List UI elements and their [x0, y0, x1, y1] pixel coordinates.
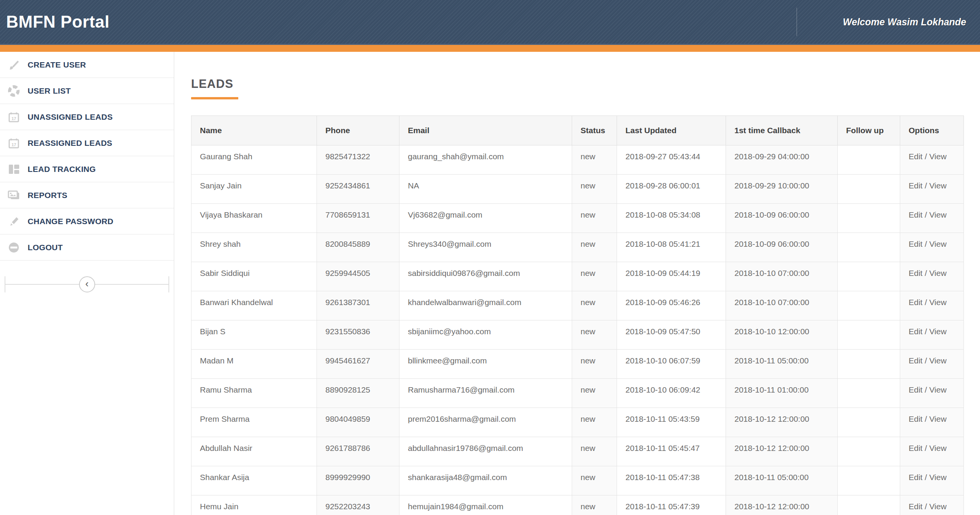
cell-callback: 2018-10-10 12:00:00 — [726, 320, 838, 350]
edit-view-link[interactable]: Edit / View — [900, 350, 964, 379]
edit-view-link[interactable]: Edit / View — [900, 145, 964, 175]
cell-callback: 2018-09-29 04:00:00 — [726, 145, 838, 175]
cell-phone: 9252203243 — [317, 495, 399, 515]
column-header-status: Status — [572, 116, 617, 145]
cell-email: abdullahnasir19786@gmail.com — [399, 437, 572, 466]
cell-follow-up — [838, 175, 900, 204]
table-row: Ramu Sharma8890928125Ramusharma716@gmail… — [191, 379, 964, 408]
edit-view-link[interactable]: Edit / View — [900, 175, 964, 204]
cell-name: Ramu Sharma — [191, 379, 317, 408]
cell-follow-up — [838, 320, 900, 350]
column-header-email: Email — [399, 116, 572, 145]
edit-view-link[interactable]: Edit / View — [900, 291, 964, 320]
cell-callback: 2018-10-11 05:00:00 — [726, 466, 838, 495]
cell-follow-up — [838, 233, 900, 262]
cell-follow-up — [838, 379, 900, 408]
sidebar-item-unassigned-leads[interactable]: 17UNASSIGNED LEADS — [0, 104, 174, 130]
cell-last-updated: 2018-10-08 05:41:21 — [617, 233, 726, 262]
cell-last-updated: 2018-10-11 05:47:38 — [617, 466, 726, 495]
cell-email: Ramusharma716@gmail.com — [399, 379, 572, 408]
grid-icon — [0, 163, 28, 176]
cell-follow-up — [838, 437, 900, 466]
table-row: Sanjay Jain9252434861NAnew2018-09-28 06:… — [191, 175, 964, 204]
collapse-track-right-tick — [168, 276, 169, 292]
cell-last-updated: 2018-10-08 05:34:08 — [617, 204, 726, 233]
edit-view-link[interactable]: Edit / View — [900, 495, 964, 515]
cell-name: Shrey shah — [191, 233, 317, 262]
logout-icon — [0, 241, 28, 254]
cell-email: NA — [399, 175, 572, 204]
sidebar-item-label: REASSIGNED LEADS — [28, 139, 112, 148]
cell-email: bllinkmee@gmail.com — [399, 350, 572, 379]
cell-name: Sabir Siddiqui — [191, 262, 317, 291]
cell-follow-up — [838, 495, 900, 515]
cell-status: new — [572, 291, 617, 320]
sidebar-item-label: LEAD TRACKING — [28, 165, 96, 174]
app-window: BMFN Portal Welcome Wasim Lokhande CREAT… — [0, 0, 980, 515]
sidebar-item-label: UNASSIGNED LEADS — [28, 112, 113, 122]
edit-view-link[interactable]: Edit / View — [900, 320, 964, 350]
page-title: LEADS — [191, 77, 980, 91]
cell-phone: 9945461627 — [317, 350, 399, 379]
edit-view-link[interactable]: Edit / View — [900, 379, 964, 408]
cell-email: sabirsiddiqui09876@gmail.com — [399, 262, 572, 291]
edit-view-link[interactable]: Edit / View — [900, 204, 964, 233]
cell-phone: 7708659131 — [317, 204, 399, 233]
sidebar-item-label: CREATE USER — [28, 60, 86, 69]
cell-email: gaurang_shah@ymail.com — [399, 145, 572, 175]
cell-follow-up — [838, 204, 900, 233]
edit-view-link[interactable]: Edit / View — [900, 408, 964, 437]
welcome-user-text: Welcome Wasim Lokhande — [843, 17, 966, 28]
column-header-1st-time-callback: 1st time Callback — [726, 116, 838, 145]
cell-callback: 2018-09-29 10:00:00 — [726, 175, 838, 204]
cell-callback: 2018-10-09 06:00:00 — [726, 204, 838, 233]
sidebar-item-reassigned-leads[interactable]: 17REASSIGNED LEADS — [0, 130, 174, 156]
cell-name: Shankar Asija — [191, 466, 317, 495]
cell-follow-up — [838, 408, 900, 437]
report-icon — [0, 189, 28, 202]
table-row: Prem Sharma9804049859prem2016sharma@gmai… — [191, 408, 964, 437]
edit-view-link[interactable]: Edit / View — [900, 233, 964, 262]
collapse-track-left-tick — [5, 276, 5, 292]
cell-phone: 9825471322 — [317, 145, 399, 175]
edit-view-link[interactable]: Edit / View — [900, 437, 964, 466]
cell-name: Sanjay Jain — [191, 175, 317, 204]
cell-status: new — [572, 145, 617, 175]
cell-status: new — [572, 204, 617, 233]
cell-callback: 2018-10-11 01:00:00 — [726, 379, 838, 408]
sidebar-item-logout[interactable]: LOGOUT — [0, 234, 174, 261]
cell-last-updated: 2018-10-11 05:45:47 — [617, 437, 726, 466]
sidebar-item-lead-tracking[interactable]: LEAD TRACKING — [0, 156, 174, 182]
cell-email: khandelwalbanwari@gmail.com — [399, 291, 572, 320]
cell-name: Bijan S — [191, 320, 317, 350]
cell-last-updated: 2018-09-28 06:00:01 — [617, 175, 726, 204]
table-row: Madan M9945461627bllinkmee@gmail.comnew2… — [191, 350, 964, 379]
table-row: Bijan S9231550836sbijaniimc@yahoo.comnew… — [191, 320, 964, 350]
top-header-bar: BMFN Portal Welcome Wasim Lokhande — [0, 0, 980, 45]
cell-status: new — [572, 437, 617, 466]
cell-status: new — [572, 320, 617, 350]
sidebar-item-reports[interactable]: REPORTS — [0, 182, 174, 208]
cell-status: new — [572, 233, 617, 262]
content-area: CREATE USERUSER LIST17UNASSIGNED LEADS17… — [0, 52, 980, 515]
edit-view-link[interactable]: Edit / View — [900, 466, 964, 495]
cell-callback: 2018-10-10 07:00:00 — [726, 262, 838, 291]
cell-email: prem2016sharma@gmail.com — [399, 408, 572, 437]
sidebar-item-change-password[interactable]: CHANGE PASSWORD — [0, 208, 174, 234]
cell-phone: 9261387301 — [317, 291, 399, 320]
cell-last-updated: 2018-10-09 05:44:19 — [617, 262, 726, 291]
leads-table: NamePhoneEmailStatusLast Updated1st time… — [191, 116, 964, 515]
sidebar-collapse-button[interactable]: ‹ — [79, 276, 95, 292]
brush-icon — [0, 58, 28, 71]
sidebar-item-user-list[interactable]: USER LIST — [0, 78, 174, 104]
column-header-last-updated: Last Updated — [617, 116, 726, 145]
sidebar-item-create-user[interactable]: CREATE USER — [0, 52, 174, 78]
table-row: Vijaya Bhaskaran7708659131Vj63682@gmail.… — [191, 204, 964, 233]
cell-name: Vijaya Bhaskaran — [191, 204, 317, 233]
edit-view-link[interactable]: Edit / View — [900, 262, 964, 291]
cell-status: new — [572, 495, 617, 515]
calendar-icon: 17 — [0, 111, 28, 124]
column-header-phone: Phone — [317, 116, 399, 145]
cell-name: Abdullah Nasir — [191, 437, 317, 466]
cell-email: hemujain1984@gmail.com — [399, 495, 572, 515]
